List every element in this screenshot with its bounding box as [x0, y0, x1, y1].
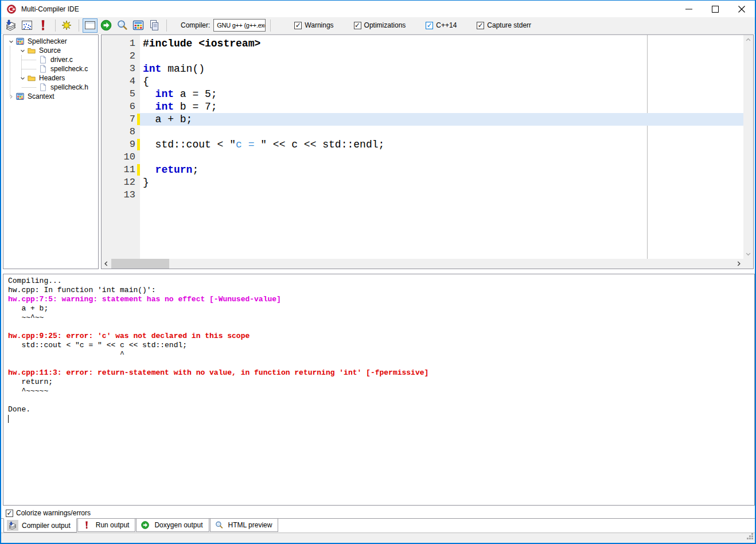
checkbox-label: Warnings [305, 21, 333, 29]
code-line-4[interactable]: { [140, 75, 743, 88]
green-arrow-icon [100, 19, 112, 32]
line-number: 6 [130, 101, 135, 112]
colorize-checkbox[interactable]: ✓ Colorize warnings/errors [6, 508, 91, 518]
toolbar-separator [270, 20, 271, 32]
tab-label: Doxygen output [154, 521, 202, 529]
abort-button[interactable] [59, 18, 74, 33]
burst-icon [60, 19, 73, 32]
file-icon [38, 55, 48, 64]
toggle-output-window-button[interactable] [83, 18, 98, 33]
code-line-8[interactable]: ​ [140, 126, 743, 138]
scroll-right-arrow[interactable] [734, 259, 743, 269]
checkbox-optimizations[interactable]: ✓Optimizations [354, 21, 406, 29]
tab-run-output[interactable]: Run output [77, 519, 136, 532]
tree-item-spellcheck-h[interactable]: spellcheck.h [3, 83, 98, 92]
chevron-right-icon[interactable] [7, 92, 15, 101]
file-icon [38, 83, 48, 92]
code-line-10[interactable]: ​ [140, 151, 743, 164]
tab-doxygen-output[interactable]: Doxygen output [136, 519, 209, 532]
scroll-up-arrow[interactable] [743, 35, 753, 45]
code-line-13[interactable]: ​ [140, 189, 743, 201]
folder-icon [27, 73, 36, 83]
chevron-down-icon [19, 75, 26, 82]
checkbox-box: ✓ [294, 22, 302, 29]
code-line-1[interactable]: #include <iostream> [140, 37, 743, 50]
checkbox-label: Optimizations [364, 21, 406, 29]
tree-item-headers[interactable]: Headers [3, 73, 98, 83]
tree-item-spellcheck-c[interactable]: spellcheck.c [3, 64, 98, 73]
tab-label: Compiler output [22, 522, 71, 530]
editor-viewport: 12345678910111213 #include <iostream>​in… [102, 35, 743, 259]
compiler-dropdown-value: GNU g++ (g++.exe) [217, 22, 266, 29]
code-editor: 12345678910111213 #include <iostream>​in… [101, 34, 754, 269]
editor-horizontal-scrollbar[interactable] [102, 259, 743, 269]
copy-button[interactable] [147, 18, 162, 33]
close-button[interactable] [728, 1, 755, 17]
tree-item-label: Headers [39, 74, 65, 82]
code-line-6[interactable]: int b = 7; [140, 100, 743, 113]
compiler-dropdown[interactable]: GNU g++ (g++.exe) [213, 19, 266, 32]
chevron-down-icon[interactable] [18, 73, 26, 83]
chevron-down-icon[interactable] [18, 46, 26, 55]
scroll-down-arrow[interactable] [743, 249, 753, 259]
exclamation-icon [37, 19, 49, 32]
folder-icon [27, 46, 36, 55]
code-line-2[interactable]: ​ [140, 50, 743, 63]
output-line: ^~~~~~ [8, 387, 754, 396]
horizontal-scrollbar-thumb[interactable] [111, 259, 169, 269]
chevron-down-icon [19, 47, 26, 55]
magnifier-icon [215, 520, 224, 530]
gutter-line: 1 [102, 37, 140, 50]
toolbar-buttons [3, 18, 170, 33]
chevron-down-icon[interactable] [7, 37, 15, 46]
editor-vertical-scrollbar[interactable] [743, 35, 753, 259]
build-all-button[interactable] [20, 18, 34, 33]
checkbox-box: ✓ [477, 22, 484, 29]
gutter-line: 2 [102, 50, 140, 63]
checkbox-capture-stderr[interactable]: ✓Capture stderr [477, 21, 531, 29]
editor-code-area[interactable]: #include <iostream>​int main(){ int a = … [140, 35, 743, 259]
compile-stack-icon [7, 520, 18, 531]
magnifier-icon [213, 520, 225, 531]
scroll-left-arrow[interactable] [102, 259, 111, 269]
code-line-9[interactable]: std::cout < "c = " << c << std::endl; [140, 138, 743, 151]
tab-compiler-output[interactable]: Compiler output [3, 518, 77, 533]
compiler-output-panel[interactable]: Compiling...hw.cpp: In function 'int mai… [3, 274, 755, 506]
code-line-3[interactable]: int main() [140, 63, 743, 75]
minimize-button[interactable] [676, 1, 702, 17]
code-line-12[interactable]: } [140, 176, 743, 189]
output-line: hw.cpp:9:25: error: 'c' was not declared… [8, 332, 754, 341]
tree-item-driver-c[interactable]: driver.c [3, 55, 98, 64]
checkbox-warnings[interactable]: ✓Warnings [294, 21, 333, 29]
tree-item-label: driver.c [50, 56, 73, 64]
doxygen-button[interactable] [99, 18, 114, 33]
output-line [8, 359, 754, 368]
output-line: Compiling... [8, 277, 754, 286]
output-line: hw.cpp:7:5: warning: statement has no ef… [8, 295, 754, 304]
output-line: hw.cpp: In function 'int main()': [8, 286, 754, 295]
editor-gutter: 12345678910111213 [102, 35, 140, 259]
compile-button[interactable] [3, 18, 18, 33]
tree-connector [22, 60, 36, 60]
output-line: ~~^~~ [8, 313, 754, 322]
code-line-11[interactable]: return; [140, 164, 743, 176]
tab-label: Run output [96, 521, 130, 529]
tab-html-preview[interactable]: HTML preview [210, 519, 279, 532]
tab-label: HTML preview [228, 521, 272, 529]
code-line-7[interactable]: a + b; [140, 113, 743, 126]
resize-grip-icon[interactable] [746, 533, 754, 542]
code-line-5[interactable]: int a = 5; [140, 88, 743, 100]
tree-item-spellchecker[interactable]: Spellchecker [3, 37, 98, 46]
output-tab-strip: Compiler outputRun outputDoxygen outputH… [1, 518, 755, 533]
checkbox-c-14[interactable]: ✓C++14 [426, 21, 457, 29]
tree-item-scantext[interactable]: Scantext [3, 92, 98, 101]
html-preview-button[interactable] [115, 18, 130, 33]
toolbar-checkboxes: ✓Warnings✓Optimizations✓C++14✓Capture st… [274, 21, 531, 29]
run-button[interactable] [36, 18, 50, 33]
checkbox-label: C++14 [436, 21, 457, 29]
tree-item-source[interactable]: Source [3, 46, 98, 55]
gutter-line: 10 [102, 151, 140, 164]
grid-view-button[interactable] [131, 18, 146, 33]
output-line [8, 322, 754, 332]
maximize-button[interactable] [702, 1, 728, 17]
